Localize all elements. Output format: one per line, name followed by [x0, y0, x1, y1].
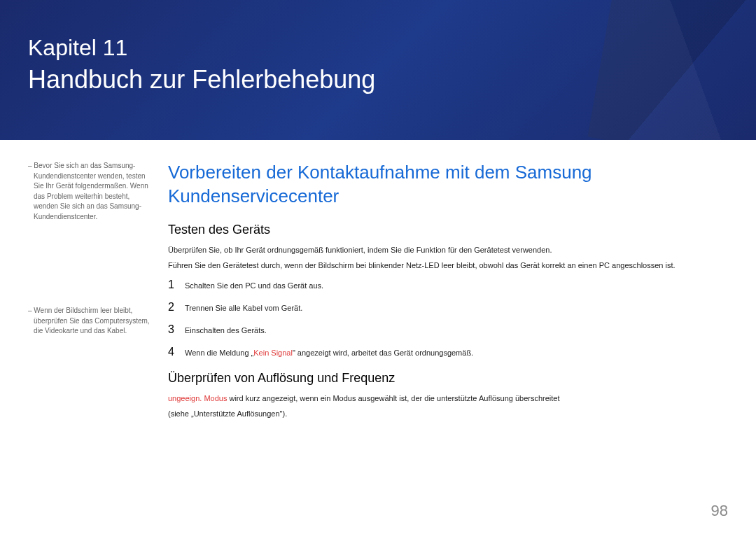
step4-pre: Wenn die Meldung „: [185, 349, 253, 357]
step-text: Trennen Sie alle Kabel vom Gerät.: [185, 304, 302, 312]
subsection-heading-resolution: Überprüfen von Auflösung und Frequenz: [168, 371, 728, 386]
content-area: Bevor Sie sich an das Samsung-Kundendien…: [0, 140, 756, 438]
step-text: Einschalten des Geräts.: [185, 326, 267, 335]
section-heading: Vorbereiten der Kontaktaufnahme mit dem …: [168, 161, 728, 209]
step4-red-text: Kein Signal: [253, 349, 293, 357]
para3-rest: wird kurz angezeigt, wenn ein Modus ausg…: [227, 394, 559, 402]
step-item: 2 Trennen Sie alle Kabel vom Gerät.: [168, 301, 728, 314]
step-number: 1: [168, 279, 185, 291]
side-note-1: Bevor Sie sich an das Samsung-Kundendien…: [28, 161, 154, 222]
para3-red-text: ungeeign. Modus: [168, 394, 227, 402]
step-item: 1 Schalten Sie den PC und das Gerät aus.: [168, 279, 728, 291]
side-note-2: Wenn der Bildschirm leer bleibt, überprü…: [28, 306, 154, 337]
subsection-heading-testing: Testen des Geräts: [168, 223, 728, 237]
page-number: 98: [711, 502, 728, 520]
step-text: Schalten Sie den PC und das Gerät aus.: [185, 281, 323, 290]
paragraph-4: (siehe „Unterstützte Auflösungen").: [168, 408, 728, 420]
chapter-title: Handbuch zur Fehlerbehebung: [28, 65, 728, 94]
step-text: Wenn die Meldung „Kein Signal" angezeigt…: [185, 349, 473, 357]
main-column: Vorbereiten der Kontaktaufnahme mit dem …: [168, 161, 728, 424]
step-number: 3: [168, 323, 185, 336]
step-item: 3 Einschalten des Geräts.: [168, 323, 728, 336]
paragraph-2: Führen Sie den Gerätetest durch, wenn de…: [168, 260, 728, 272]
paragraph-3: ungeeign. Modus wird kurz angezeigt, wen…: [168, 393, 728, 405]
step-number: 2: [168, 301, 185, 314]
chapter-number-label: Kapitel 11: [28, 35, 728, 61]
step-number: 4: [168, 346, 185, 358]
step4-post: " angezeigt wird, arbeitet das Gerät ord…: [293, 349, 473, 357]
steps-list: 1 Schalten Sie den PC und das Gerät aus.…: [168, 279, 728, 358]
chapter-header: Kapitel 11 Handbuch zur Fehlerbehebung: [0, 0, 756, 140]
paragraph-1: Überprüfen Sie, ob Ihr Gerät ordnungsgem…: [168, 244, 728, 256]
sidebar-column: Bevor Sie sich an das Samsung-Kundendien…: [28, 161, 168, 424]
step-item: 4 Wenn die Meldung „Kein Signal" angezei…: [168, 346, 728, 358]
